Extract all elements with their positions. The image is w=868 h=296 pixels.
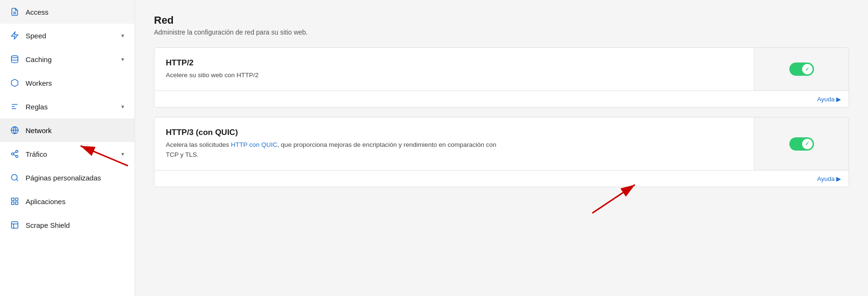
card-footer-http3: Ayuda ▶ (154, 170, 849, 187)
expand-arrow-icon: ▼ (120, 152, 125, 157)
sidebar-item-label: Scrape Shield (26, 221, 70, 229)
link-quic[interactable]: HTTP con QUIC (231, 141, 277, 148)
sidebar-item-workers[interactable]: Workers (0, 71, 135, 95)
access-icon (9, 7, 20, 17)
aplicaciones-icon (9, 196, 20, 206)
sidebar-item-label: Aplicaciones (26, 197, 65, 206)
svg-line-12 (13, 154, 16, 156)
card-title-http3: HTTP/3 (con QUIC) (166, 128, 742, 137)
card-desc-http2: Acelere su sitio web con HTTP/2 (166, 71, 497, 80)
svg-line-15 (16, 179, 18, 180)
toggle-track-http2: ✓ (789, 63, 814, 76)
caching-icon (9, 54, 20, 64)
sidebar-item-label: Páginas personalizadas (26, 174, 101, 182)
page-title: Red (154, 14, 849, 27)
svg-rect-18 (16, 202, 18, 205)
main-content: Red Administre la configuración de red p… (135, 0, 868, 296)
expand-arrow-icon: ▼ (120, 57, 125, 62)
sidebar-item-label: Network (26, 126, 52, 135)
svg-marker-2 (11, 32, 18, 39)
scrape-icon (9, 220, 20, 230)
speed-icon (9, 30, 20, 41)
sidebar-item-speed[interactable]: Speed ▼ (0, 24, 135, 47)
sidebar-item-trafico[interactable]: Tráfico ▼ (0, 142, 135, 166)
sidebar: Access Speed ▼ Caching ▼ Workers Reglas … (0, 0, 135, 296)
svg-rect-20 (11, 222, 18, 228)
card-title-http2: HTTP/2 (166, 58, 742, 68)
sidebar-item-aplicaciones[interactable]: Aplicaciones (0, 189, 135, 213)
svg-point-14 (11, 174, 17, 180)
toggle-thumb-http2: ✓ (802, 64, 813, 74)
paginas-icon (9, 172, 20, 183)
toggle-track-http3: ✓ (789, 137, 814, 151)
sidebar-item-label: Workers (26, 79, 52, 87)
trafico-icon (9, 149, 20, 159)
expand-arrow-icon: ▼ (120, 33, 125, 38)
workers-icon (9, 78, 20, 88)
card-http2: HTTP/2 Acelere su sitio web con HTTP/2 ✓ (154, 47, 849, 108)
sidebar-item-label: Caching (26, 55, 52, 63)
card-footer-http2: Ayuda ▶ (154, 90, 849, 107)
card-desc-http3: Acelera las solicitudes HTTP con QUIC, q… (166, 140, 497, 160)
toggle-area-http2: ✓ (754, 48, 849, 90)
sidebar-item-paginas[interactable]: Páginas personalizadas (0, 166, 135, 189)
network-icon (9, 125, 20, 135)
sidebar-item-scrape[interactable]: Scrape Shield (0, 213, 135, 237)
svg-point-10 (11, 153, 14, 155)
sidebar-item-access[interactable]: Access (0, 0, 135, 24)
svg-point-9 (16, 151, 18, 153)
sidebar-item-label: Access (26, 8, 48, 16)
toggle-thumb-http3: ✓ (802, 139, 813, 149)
card-content-http2: HTTP/2 Acelere su sitio web con HTTP/2 (154, 48, 754, 90)
sidebar-item-reglas[interactable]: Reglas ▼ (0, 95, 135, 118)
toggle-area-http3: ✓ (754, 117, 849, 170)
sidebar-item-label: Reglas (26, 103, 48, 111)
sidebar-item-caching[interactable]: Caching ▼ (0, 47, 135, 71)
svg-line-13 (13, 152, 16, 153)
svg-rect-17 (16, 198, 18, 200)
card-main-http2: HTTP/2 Acelere su sitio web con HTTP/2 ✓ (154, 48, 849, 90)
sidebar-item-label: Tráfico (26, 150, 47, 158)
help-link-http3[interactable]: Ayuda ▶ (817, 175, 841, 182)
page-subtitle: Administre la configuración de red para … (154, 28, 849, 36)
card-content-http3: HTTP/3 (con QUIC) Acelera las solicitude… (154, 117, 754, 170)
card-main-http3: HTTP/3 (con QUIC) Acelera las solicitude… (154, 117, 849, 170)
svg-point-3 (11, 56, 18, 58)
help-link-http2[interactable]: Ayuda ▶ (817, 96, 841, 103)
svg-rect-16 (11, 198, 14, 200)
sidebar-item-network[interactable]: Network (0, 118, 135, 142)
card-http3: HTTP/3 (con QUIC) Acelera las solicitude… (154, 117, 849, 187)
reglas-icon (9, 101, 20, 112)
expand-arrow-icon: ▼ (120, 104, 125, 109)
svg-point-11 (16, 155, 18, 158)
toggle-http3[interactable]: ✓ (789, 137, 814, 151)
svg-rect-19 (11, 202, 14, 205)
sidebar-item-label: Speed (26, 32, 46, 40)
toggle-http2[interactable]: ✓ (789, 63, 814, 76)
